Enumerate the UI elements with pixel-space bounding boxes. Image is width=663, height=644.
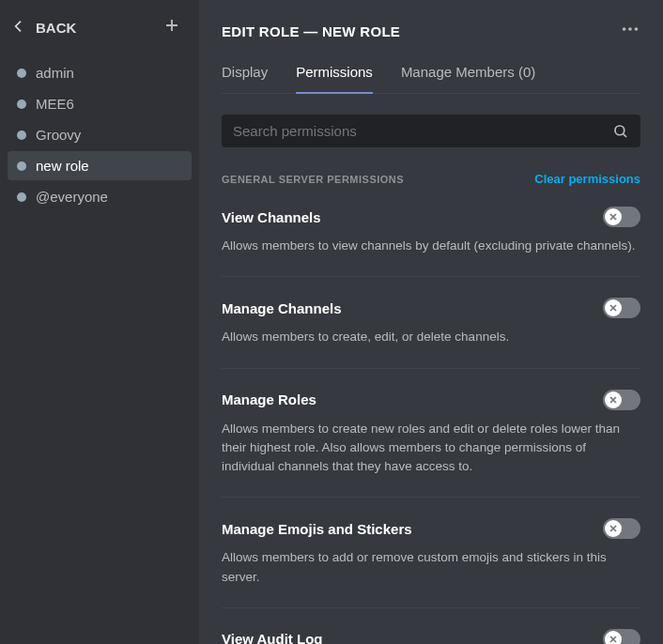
role-color-dot	[17, 69, 26, 78]
permission-title: View Channels	[222, 209, 321, 225]
clear-permissions-button[interactable]: Clear permissions	[534, 172, 640, 186]
toggle-knob	[605, 208, 622, 225]
permission-description: Allows members to create, edit, or delet…	[222, 328, 640, 346]
permission-title: Manage Emojis and Stickers	[222, 521, 412, 537]
permission-row: Manage Roles	[222, 390, 640, 410]
section-title: GENERAL SERVER PERMISSIONS	[222, 174, 404, 185]
search-wrap	[222, 115, 640, 147]
section-header: GENERAL SERVER PERMISSIONS Clear permiss…	[222, 172, 640, 186]
role-item-label: admin	[36, 65, 74, 81]
back-button[interactable]: BACK	[11, 19, 76, 37]
arrow-left-icon	[11, 19, 26, 37]
sidebar: BACK adminMEE6Groovynew role@everyone	[0, 0, 199, 644]
main-header: EDIT ROLE — NEW ROLE	[222, 19, 640, 43]
back-label: BACK	[36, 20, 76, 36]
permission-row: Manage Channels	[222, 298, 640, 318]
permission-toggle[interactable]	[603, 629, 640, 644]
role-color-dot	[17, 192, 26, 202]
permission-description: Allows members to add or remove custom e…	[222, 548, 640, 587]
permission-item: Manage ChannelsAllows members to create,…	[222, 298, 640, 368]
permission-toggle[interactable]	[603, 390, 640, 410]
search-icon	[612, 123, 629, 140]
permission-item: View Audit LogAllows members to view a r…	[222, 629, 640, 644]
toggle-knob	[605, 631, 622, 644]
permission-item: Manage RolesAllows members to create new…	[222, 390, 640, 498]
permission-description: Allows members to view channels by defau…	[222, 237, 640, 255]
permission-title: View Audit Log	[222, 631, 323, 644]
page-title: EDIT ROLE — NEW ROLE	[222, 23, 400, 39]
tabs: DisplayPermissionsManage Members (0)	[222, 56, 640, 94]
role-item-label: Groovy	[36, 127, 81, 143]
tab[interactable]: Permissions	[296, 56, 373, 93]
role-item[interactable]: MEE6	[8, 89, 192, 118]
role-item[interactable]: admin	[8, 58, 192, 87]
permission-item: View ChannelsAllows members to view chan…	[222, 207, 640, 277]
svg-point-1	[628, 27, 632, 31]
search-input[interactable]	[222, 115, 640, 147]
role-item-label: new role	[36, 158, 89, 174]
toggle-knob	[605, 391, 622, 408]
main-panel: EDIT ROLE — NEW ROLE DisplayPermissionsM…	[199, 0, 663, 644]
toggle-knob	[605, 299, 622, 316]
role-color-dot	[17, 161, 26, 171]
permission-item: Manage Emojis and StickersAllows members…	[222, 518, 640, 608]
permission-description: Allows members to create new roles and e…	[222, 420, 640, 477]
role-item-label: MEE6	[36, 96, 74, 112]
svg-point-2	[635, 27, 639, 31]
permission-title: Manage Roles	[222, 391, 316, 407]
permission-row: Manage Emojis and Stickers	[222, 518, 640, 539]
role-list: adminMEE6Groovynew role@everyone	[8, 58, 192, 211]
permission-row: View Channels	[222, 207, 640, 227]
more-button[interactable]	[620, 19, 640, 43]
role-color-dot	[17, 130, 26, 140]
role-item[interactable]: @everyone	[8, 182, 192, 211]
permission-list: View ChannelsAllows members to view chan…	[222, 207, 640, 644]
role-color-dot	[17, 100, 26, 109]
tab[interactable]: Display	[222, 56, 268, 93]
permission-toggle[interactable]	[603, 298, 640, 318]
svg-point-0	[623, 27, 626, 31]
add-role-button[interactable]	[163, 17, 180, 38]
permission-title: Manage Channels	[222, 300, 342, 316]
permission-toggle[interactable]	[603, 518, 640, 539]
role-item[interactable]: Groovy	[8, 120, 192, 149]
permission-row: View Audit Log	[222, 629, 640, 644]
permission-toggle[interactable]	[603, 207, 640, 227]
role-item[interactable]: new role	[8, 151, 192, 180]
tab[interactable]: Manage Members (0)	[401, 56, 535, 93]
role-item-label: @everyone	[36, 189, 108, 205]
toggle-knob	[605, 520, 622, 537]
sidebar-header: BACK	[8, 11, 192, 54]
